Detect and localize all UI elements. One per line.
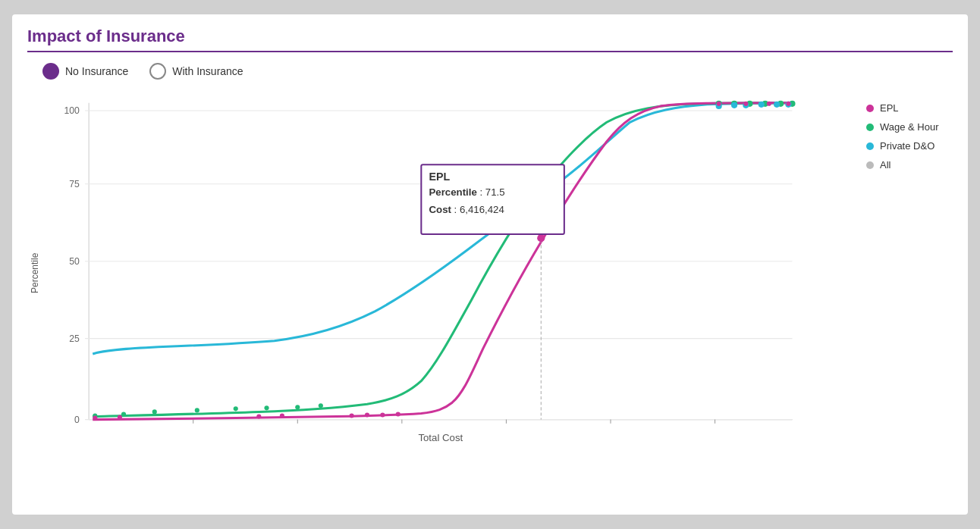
right-legend-epl: EPL [866,102,953,114]
svg-point-24 [295,405,300,409]
svg-text:50: 50 [69,256,80,267]
legend-no-insurance: No Insurance [42,63,128,80]
svg-point-41 [731,102,737,108]
svg-point-47 [743,102,748,106]
svg-point-48 [767,102,771,106]
chart-inner: 100 75 50 25 0 [42,87,854,459]
svg-point-46 [717,102,721,106]
right-legend-all: All [866,159,953,171]
svg-text:Cost : 6,416,424: Cost : 6,416,424 [429,204,504,215]
wage-hour-label: Wage & Hour [880,121,939,133]
right-legend: EPL Wage & Hour Private D&O All [854,87,953,459]
svg-point-22 [234,406,238,411]
all-label: All [880,159,890,171]
svg-text:25: 25 [69,333,80,344]
svg-point-49 [786,102,790,106]
chart-area: Percentile 100 75 50 25 [27,87,953,459]
all-dot [866,161,874,169]
dno-dot [866,142,874,150]
main-card: Impact of Insurance No Insurance With In… [12,14,968,515]
epl-label: EPL [880,102,899,114]
wage-dot [866,124,874,131]
with-insurance-label: With Insurance [172,65,243,77]
svg-text:0: 0 [74,415,80,425]
epl-dot [866,105,874,112]
svg-text:100: 100 [64,105,80,116]
svg-text:Total Cost: Total Cost [418,432,463,443]
title-divider [27,51,953,52]
svg-point-43 [759,102,765,108]
svg-text:Percentile : 71.5: Percentile : 71.5 [429,186,505,198]
dno-label: Private D&O [880,140,934,152]
top-legend: No Insurance With Insurance [42,63,953,80]
svg-point-21 [195,408,199,412]
svg-text:75: 75 [69,179,80,189]
svg-point-44 [774,102,780,108]
svg-point-20 [152,409,157,414]
right-legend-dno: Private D&O [866,140,953,152]
y-axis-label: Percentile [27,87,42,459]
svg-point-23 [264,405,269,410]
legend-with-insurance: With Insurance [149,63,243,80]
chart-svg: 100 75 50 25 0 [42,87,854,459]
svg-point-51 [537,234,545,242]
right-legend-wage: Wage & Hour [866,121,953,133]
no-insurance-label: No Insurance [65,65,128,77]
svg-text:EPL: EPL [429,171,451,183]
with-insurance-icon [149,63,166,80]
page-title: Impact of Insurance [27,27,953,46]
svg-point-25 [319,403,323,408]
no-insurance-icon [42,63,59,80]
